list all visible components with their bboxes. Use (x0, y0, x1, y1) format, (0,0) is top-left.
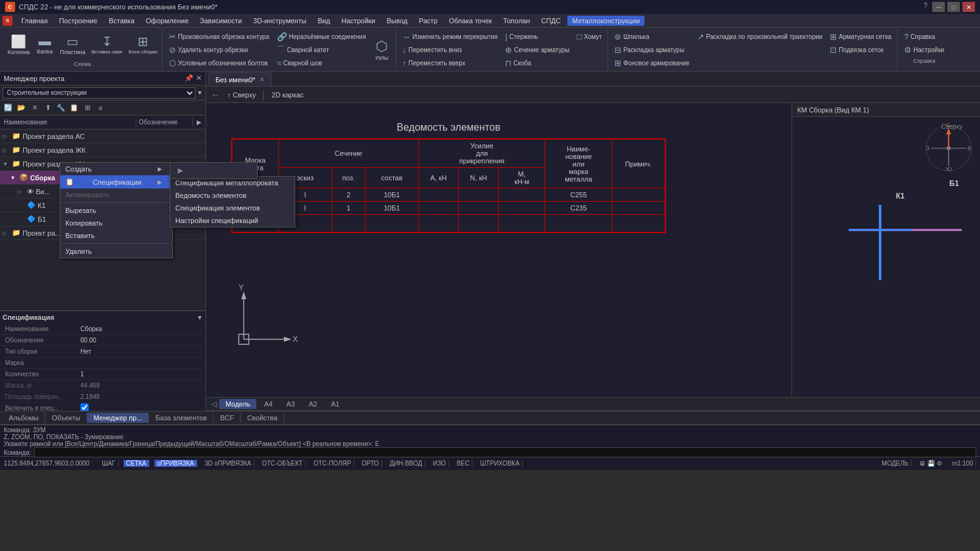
kolonna-btn[interactable]: ⬜ Колонна (5, 30, 32, 59)
sterzhen-btn[interactable]: | Стержень (502, 30, 572, 43)
menu-3d[interactable]: 3D-инструменты (248, 16, 312, 26)
status-ves[interactable]: ВЕС (454, 460, 473, 467)
arm-setka-btn[interactable]: ⊞ Арматурная сетка (827, 30, 895, 43)
ctx-item-spec[interactable]: 📋 Спецификации ▶ (60, 175, 172, 188)
tab-a4[interactable]: А4 (258, 399, 278, 409)
panel-tool-6[interactable]: 📋 (68, 102, 80, 114)
balka-btn[interactable]: ▬ Балка (33, 30, 56, 59)
svar-katet-btn[interactable]: ⌒ Сварной катет (274, 43, 369, 56)
menu-oblaka[interactable]: Облака точек (444, 16, 498, 26)
tab-baza[interactable]: База элементов (149, 413, 214, 423)
tree-item-jk[interactable]: ▷ 📁 Проект раздела ЖК (0, 143, 205, 157)
menu-postroenie[interactable]: Построение (54, 16, 102, 26)
status-ots-polyar[interactable]: ОТС-ПОЛЯР (311, 460, 354, 467)
ctx-item-sozdat[interactable]: Создать ▶ (60, 163, 172, 175)
homut-btn[interactable]: □ Хомут (574, 30, 606, 43)
fon-armirovanie-btn[interactable]: ⊞ Фоновое армирование (611, 57, 693, 69)
panel-tool-5[interactable]: 🔧 (55, 102, 67, 114)
tab-menedzher[interactable]: Менеджер пр... (87, 413, 150, 423)
sverhu-btn[interactable]: ↑ Сверху (224, 90, 259, 100)
sub-spec-elem[interactable]: Спецификация элементов (170, 202, 295, 214)
tab-model[interactable]: Модель (219, 399, 256, 409)
spravka-btn[interactable]: ? Справка (901, 30, 947, 43)
minimize-btn[interactable]: ─ (932, 2, 945, 12)
menu-metallo[interactable]: Металлоконструкции (567, 16, 645, 26)
right-view-canvas[interactable]: С Ю В З Сверху Б1 К1 (792, 117, 980, 397)
panel-tool-1[interactable]: 🔄 (3, 102, 14, 114)
panel-tool-8[interactable]: ≡ (95, 102, 106, 114)
tab-svoystva[interactable]: Свойства (241, 413, 284, 423)
udalit-kontur-btn[interactable]: ⊘ Удалить контур обрезки (166, 43, 272, 56)
tab-albomy[interactable]: Альбомы (3, 413, 45, 423)
status-model[interactable]: МОДЕЛЬ (879, 460, 912, 467)
tab-a1[interactable]: А1 (325, 399, 346, 409)
command-input[interactable] (34, 447, 976, 457)
status-izo[interactable]: ИЗО (430, 460, 449, 467)
menu-oformlenie[interactable]: Оформление (141, 16, 193, 26)
uzly-icon-btn[interactable]: ⬡ Узлы (371, 35, 393, 64)
peremest-vniz-btn[interactable]: ↓ Переместить вниз (400, 43, 501, 56)
ctx-item-kopirovat[interactable]: Копировать (60, 217, 172, 229)
project-type-select[interactable]: Строительные конструкции (3, 87, 195, 99)
status-oprivyazka[interactable]: оПРИВЯЗКА (155, 460, 197, 467)
rakladka-arm-btn[interactable]: ⊟ Раскладка арматуры (611, 43, 693, 56)
tab-bcf[interactable]: BCF (214, 413, 241, 423)
doc-tab-close-icon[interactable]: ✕ (259, 76, 264, 83)
panel-tool-2[interactable]: 📂 (16, 102, 27, 114)
menu-zavisimosti[interactable]: Зависимости (195, 16, 247, 26)
panel-tool-3[interactable]: ✕ (29, 102, 40, 114)
status-3d-oprivyazka[interactable]: 3D оПРИВЯЗКА (202, 460, 254, 467)
help-btn[interactable]: ? (921, 2, 930, 12)
status-shag[interactable]: ШАГ (99, 460, 118, 467)
2d-karkas-btn[interactable]: 2D каркас (268, 90, 307, 100)
panel-close-btn[interactable]: ✕ (196, 74, 202, 82)
menu-vstavka[interactable]: Вставка (104, 16, 139, 26)
menu-spds[interactable]: СПДС (536, 16, 566, 26)
izm-rezhim-btn[interactable]: ↔ Изменить режим перекрытия (400, 30, 501, 43)
menu-rastr[interactable]: Растр (414, 16, 443, 26)
menu-glavnaya[interactable]: Главная (16, 16, 53, 26)
tab-obekty[interactable]: Объекты (45, 413, 87, 423)
podvyazka-btn[interactable]: ⊡ Подвязка сеток (827, 43, 895, 56)
menu-topolan[interactable]: Тополан (498, 16, 535, 26)
model-tab-arrow[interactable]: ◁ (209, 400, 219, 408)
vklyuchit-checkbox[interactable] (80, 403, 89, 411)
ctx-item-udalit[interactable]: Удалить (60, 245, 172, 258)
status-setka[interactable]: СЕТКА (124, 460, 150, 467)
tab-a3[interactable]: А3 (280, 399, 301, 409)
tab-a2[interactable]: А2 (302, 399, 323, 409)
panel-tool-4[interactable]: ⬆ (42, 102, 53, 114)
shpilka-btn[interactable]: ⊚ Шпилька (611, 30, 693, 43)
panel-tool-7[interactable]: ⊞ (82, 102, 93, 114)
menu-vid[interactable]: Вид (313, 16, 335, 26)
nerazyom-btn[interactable]: 🔗 Неразъёмные соединения (274, 30, 369, 43)
svar-shov-btn[interactable]: ≈ Сварной шов (274, 57, 369, 69)
doc-tab-bezimeni[interactable]: Без имени0* ✕ (209, 72, 271, 86)
rakladka-traj-btn[interactable]: ↗ Раскладка по произвольной траектории (694, 30, 826, 43)
sechenie-arm-btn[interactable]: ⊕ Сечение арматуры (502, 43, 572, 56)
vstavka-svai-btn[interactable]: ↧ Вставка сваи (89, 30, 125, 59)
status-din-vvod[interactable]: ДИН-ВВОД (387, 460, 425, 467)
props-collapse-btn[interactable]: ▼ (197, 314, 203, 321)
drawing-area[interactable]: Ведомость элементов Марказл-та Сечение У… (206, 103, 792, 397)
usl-obozn-btn[interactable]: ⬡ Условные обозначения болтов (166, 57, 272, 69)
status-ots-ob[interactable]: ОТС-ОБЪЕКТ (259, 460, 306, 467)
skoba-btn[interactable]: ⊓ Скоба (502, 57, 572, 69)
panel-pin-btn[interactable]: 📌 (185, 74, 193, 82)
ctx-item-vstavit[interactable]: Вставить (60, 229, 172, 242)
peremest-vverh-btn[interactable]: ↑ Переместить вверх (400, 57, 501, 69)
proiz-obrezka-btn[interactable]: ✂ Произвольная обрезка контура (166, 30, 272, 43)
sub-vedomost[interactable]: Ведомость элементов (170, 189, 295, 202)
tree-item-ac[interactable]: ▷ 📁 Проект раздела АС (0, 129, 205, 143)
blok-sborki-btn[interactable]: ⊞ Блок сборки (126, 30, 160, 59)
plastina-btn[interactable]: ▭ Пластина (57, 30, 87, 59)
nastroyki-spravka-btn[interactable]: ⚙ Настройки (901, 43, 947, 56)
maximize-btn[interactable]: □ (947, 2, 960, 12)
ctx-item-vyrezat[interactable]: Вырезать (60, 204, 172, 217)
menu-nastroyki[interactable]: Настройки (337, 16, 381, 26)
close-btn[interactable]: ✕ (962, 2, 975, 12)
menu-vyvod[interactable]: Вывод (381, 16, 412, 26)
back-arrow-btn[interactable]: ← (211, 90, 220, 100)
status-shtrihovka[interactable]: ШТРИХОВКА (477, 460, 522, 467)
status-scale[interactable]: m1:100 (950, 460, 976, 467)
